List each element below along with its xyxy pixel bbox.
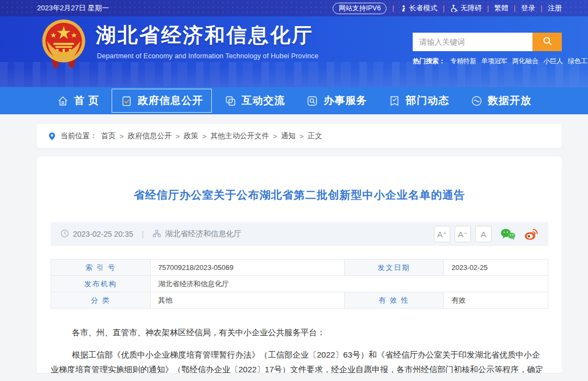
ipv6-badge[interactable]: 网站支持IPV6 <box>333 3 387 14</box>
font-reset-button[interactable]: A <box>475 226 492 242</box>
site-subtitle: Department of Economy and Information Te… <box>97 52 318 60</box>
meta-tools: A⁺ A⁻ A <box>434 226 538 242</box>
hot-keyword[interactable]: 绿色工厂 <box>568 57 588 66</box>
article-body: 各市、州、直管市、神农架林区经信局，有关中小企业公共服务平台： 根据工信部《优质… <box>51 325 548 373</box>
hot-keyword[interactable]: 小巨人 <box>543 57 563 66</box>
service-search-icon <box>306 95 318 107</box>
nav-item-dept-news[interactable]: 部门动态 <box>379 89 458 113</box>
site-header: 湖北省经济和信息化厅 Department of Economy and Inf… <box>0 16 588 87</box>
weibo-share-icon[interactable] <box>524 228 538 241</box>
nav-item-interaction[interactable]: 互动交流 <box>216 89 294 113</box>
breadcrumb-separator: > <box>273 132 277 140</box>
nav-label: 政府信息公开 <box>138 94 203 108</box>
breadcrumb-home[interactable]: 首页 <box>101 131 116 141</box>
validity-value: 有效 <box>444 292 548 309</box>
nav-item-gov-info[interactable]: 政府信息公开 <box>112 89 212 113</box>
site-title: 湖北省经济和信息化厅 <box>96 22 314 49</box>
article-title: 省经信厅办公室关于公布湖北省第二批创新型中小企业名单的通告 <box>51 156 548 202</box>
publish-time: 2023-02-25 20:35 <box>60 229 133 239</box>
separator: | <box>514 4 516 12</box>
article-card: 省经信厅办公室关于公布湖北省第二批创新型中小企业名单的通告 2023-02-25… <box>37 156 562 373</box>
nav-label: 办事服务 <box>323 94 367 108</box>
elder-mode-label: 长者模式 <box>409 3 438 13</box>
publisher-label: 发布机构 <box>51 276 151 292</box>
font-larger-button[interactable]: A⁺ <box>434 226 450 242</box>
current-date: 2023年2月27日 星期一 <box>37 3 109 13</box>
breadcrumb-label: 当前位置： <box>60 131 97 141</box>
wheelchair-icon <box>450 4 458 12</box>
hot-keyword[interactable]: 单项冠军 <box>481 57 507 66</box>
location-pin-icon <box>48 132 56 141</box>
article-meta-bar: 2023-02-25 20:35 | 湖北省经济和信息化厅 A⁺ A⁻ A <box>51 222 548 246</box>
topbar-links: 网站支持IPV6 | 长者模式 | 无障碍 | 繁體 | 登录 | 注册 <box>333 3 562 14</box>
table-row: 分 类 其他 有 效 性 有效 <box>51 292 548 309</box>
dept-news-icon <box>388 95 401 107</box>
issue-date-label: 发文日期 <box>344 260 444 276</box>
breadcrumb-separator: > <box>299 132 304 140</box>
separator: | <box>541 4 542 12</box>
nav-item-services[interactable]: 办事服务 <box>297 89 376 113</box>
nav-label: 首 页 <box>74 94 99 108</box>
topbar: 2023年2月27日 星期一 网站支持IPV6 | 长者模式 | 无障碍 | 繁… <box>0 0 588 16</box>
main-nav: 首 页 政府信息公开 互动交流 办事服务 部门动态 数据开放 <box>0 87 588 114</box>
article-source-text: 湖北省经济和信息化厅 <box>165 229 241 239</box>
gov-info-icon <box>120 95 133 107</box>
index-number-label: 索 引 号 <box>51 260 151 276</box>
search-button[interactable] <box>532 33 562 51</box>
nav-item-home[interactable]: 首 页 <box>48 89 108 113</box>
hot-search-label: 热门搜索： <box>413 57 445 66</box>
accessibility-link[interactable]: 无障碍 <box>450 3 482 13</box>
breadcrumb-policy[interactable]: 政策 <box>183 131 198 141</box>
clock-icon <box>60 229 69 239</box>
breadcrumb-separator: > <box>120 132 124 140</box>
font-smaller-button[interactable]: A⁻ <box>455 226 471 242</box>
breadcrumb-gov-info[interactable]: 政府信息公开 <box>127 131 171 141</box>
nav-label: 互动交流 <box>242 94 285 108</box>
register-label: 注册 <box>548 3 562 13</box>
separator: | <box>443 4 445 12</box>
nav-label: 数据开放 <box>488 94 531 108</box>
login-link[interactable]: 登录 <box>521 3 535 13</box>
breadcrumb-other-docs[interactable]: 其他主动公开文件 <box>210 131 269 141</box>
body-paragraph: 根据工信部《优质中小企业梯度培育管理暂行办法》（工信部企业〔2022〕63号）和… <box>51 347 548 373</box>
article-source: 湖北省经济和信息化厅 <box>152 229 241 239</box>
nav-item-open-data[interactable]: 数据开放 <box>462 89 540 113</box>
issue-date-value: 2023-02-25 <box>444 260 548 276</box>
breadcrumb-separator: > <box>202 132 206 140</box>
hot-keyword[interactable]: 两化融合 <box>512 57 538 66</box>
separator: | <box>392 4 394 12</box>
data-wave-icon <box>470 95 483 107</box>
publish-time-text: 2023-02-25 20:35 <box>73 230 133 238</box>
elder-mode-link[interactable]: 长者模式 <box>400 3 438 13</box>
interact-icon <box>224 95 237 107</box>
document-info-table: 索 引 号 757009218/2023-05069 发文日期 2023-02-… <box>51 259 548 309</box>
breadcrumb-notice[interactable]: 通知 <box>281 131 296 141</box>
hot-keyword[interactable]: 专精特新 <box>450 57 476 66</box>
accessibility-label: 无障碍 <box>461 3 482 13</box>
register-link[interactable]: 注册 <box>548 3 562 13</box>
page: 2023年2月27日 星期一 网站支持IPV6 | 长者模式 | 无障碍 | 繁… <box>0 0 588 381</box>
org-icon <box>152 229 161 239</box>
home-icon <box>57 95 69 107</box>
index-number-value: 757009218/2023-05069 <box>150 260 344 276</box>
search-input[interactable] <box>413 33 532 51</box>
separator: | <box>487 4 489 12</box>
search-icon <box>542 36 553 48</box>
breadcrumb: 当前位置： 首页 > 政府信息公开 > 政策 > 其他主动公开文件 > 通知 >… <box>37 124 562 148</box>
traditional-chinese-link[interactable]: 繁體 <box>494 3 509 13</box>
publisher-value: 湖北省经济和信息化厅 <box>150 276 548 292</box>
body-paragraph: 各市、州、直管市、神农架林区经信局，有关中小企业公共服务平台： <box>51 325 548 340</box>
wechat-share-icon[interactable] <box>500 228 516 241</box>
national-emblem-logo <box>40 19 87 72</box>
hot-search: 热门搜索： 专精特新 单项冠军 两化融合 小巨人 绿色工厂 <box>413 57 562 66</box>
category-label: 分 类 <box>51 292 151 309</box>
login-label: 登录 <box>521 3 535 13</box>
category-value: 其他 <box>150 292 344 309</box>
breadcrumb-separator: > <box>175 132 180 140</box>
meta-separator: | <box>142 230 144 238</box>
validity-label: 有 效 性 <box>344 292 444 309</box>
person-icon <box>400 5 407 12</box>
breadcrumb-current: 正文 <box>308 131 322 141</box>
traditional-label: 繁體 <box>494 3 509 13</box>
table-row: 发布机构 湖北省经济和信息化厅 <box>51 276 548 292</box>
